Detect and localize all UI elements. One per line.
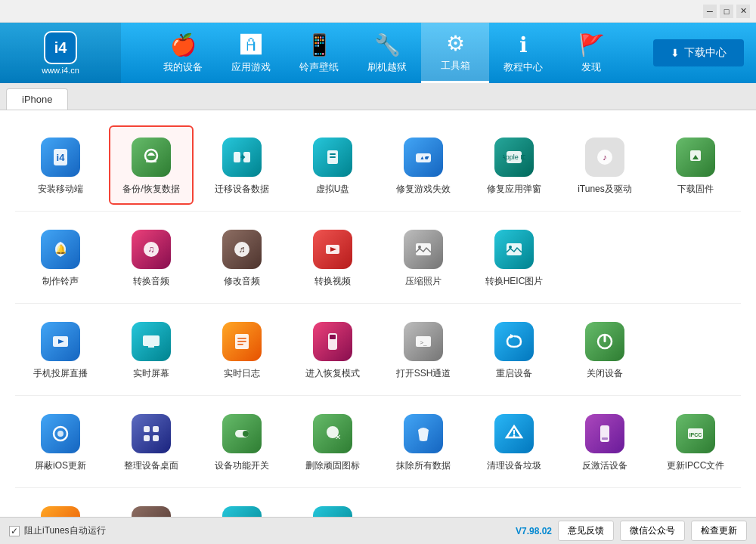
nav-item-my-device[interactable]: 🍎 我的设备 <box>149 23 217 83</box>
close-button[interactable]: ✕ <box>736 5 750 18</box>
svg-rect-46 <box>144 426 150 432</box>
svg-text:♪: ♪ <box>603 153 607 162</box>
wechat-button[interactable]: 微信公众号 <box>620 521 685 541</box>
itunes-driver-label: iTunes及驱动 <box>578 183 632 196</box>
main-content: i4安装移动端备份/恢复数据迁移设备数据虚拟U盘▲▼修复游戏失效Apple ID… <box>0 110 756 517</box>
backup-restore-label: 备份/恢复数据 <box>122 183 179 196</box>
tool-item-edit-audio[interactable]: ♬修改音频 <box>200 218 284 297</box>
svg-rect-32 <box>148 346 154 348</box>
toolbox-icon: ⚙ <box>446 31 465 56</box>
make-ringtone-label: 制作铃声 <box>42 275 79 288</box>
tool-item-convert-heic[interactable]: 转换HEIC图片 <box>472 218 556 297</box>
statusbar-right: V7.98.02 意见反馈 微信公众号 检查更新 <box>516 521 747 541</box>
backup-partition-icon <box>313 506 352 517</box>
itunes-checkbox[interactable]: ✓ <box>9 526 20 536</box>
tool-item-update-ipcc[interactable]: IPCC更新IPCC文件 <box>653 402 738 481</box>
nav-item-jailbreak[interactable]: 🔧 刷机越狱 <box>353 23 421 83</box>
tutorials-icon: ℹ <box>519 32 528 57</box>
feedback-button[interactable]: 意见反馈 <box>558 521 614 541</box>
jailbreak-label: 刷机越狱 <box>367 60 407 74</box>
tool-item-convert-video[interactable]: 转换视频 <box>290 218 375 297</box>
delete-icon-icon: ✕ <box>313 414 352 453</box>
download-center-button[interactable]: ⬇ 下载中心 <box>653 39 744 66</box>
backup-restore-icon <box>132 138 171 177</box>
tool-item-reboot[interactable]: 重启设备 <box>472 310 556 389</box>
tool-item-break-timelimit[interactable]: 破解时间限额 <box>109 494 194 517</box>
recovery-mode-label: 进入恢复模式 <box>305 367 360 380</box>
screen-cast-icon <box>41 322 80 361</box>
delete-icon-label: 删除顽固图标 <box>305 459 360 472</box>
tool-item-deactivate[interactable]: 反激活设备 <box>562 402 647 481</box>
migrate-data-icon <box>222 138 262 177</box>
shutdown-icon <box>585 322 624 361</box>
tool-item-screen-cast[interactable]: 手机投屏直播 <box>18 310 103 389</box>
svg-rect-49 <box>153 435 159 441</box>
tool-item-migrate-data[interactable]: 迁移设备数据 <box>200 125 284 205</box>
nav-item-tutorials[interactable]: ℹ 教程中心 <box>489 23 557 83</box>
tool-item-convert-audio[interactable]: ♫转换音频 <box>109 218 194 297</box>
download-label: 下载中心 <box>684 46 727 60</box>
organize-desktop-icon <box>132 414 171 453</box>
nav-item-toolbox[interactable]: ⚙ 工具箱 <box>421 23 489 83</box>
svg-rect-48 <box>144 435 150 441</box>
tool-item-open-ssh[interactable]: >_打开SSH通道 <box>381 310 466 389</box>
reboot-label: 重启设备 <box>496 367 532 380</box>
download-fw-icon <box>676 138 715 177</box>
tool-item-device-func[interactable]: 设备功能开关 <box>200 402 284 481</box>
tool-item-shutdown[interactable]: 关闭设备 <box>562 310 647 389</box>
tool-item-install-app[interactable]: i4安装移动端 <box>18 125 103 205</box>
tool-item-realtime-log[interactable]: 实时日志 <box>200 310 284 389</box>
tool-item-fix-popup[interactable]: Apple ID修复应用弹窗 <box>472 125 556 205</box>
tool-item-skip-setup[interactable]: 跳过设置向导 <box>200 494 284 517</box>
break-timelimit-icon <box>132 506 171 517</box>
tool-item-virtual-udisk[interactable]: 虚拟U盘 <box>290 125 375 205</box>
empty-cell <box>559 491 650 517</box>
tool-item-compress-photo[interactable]: 压缩照片 <box>381 218 466 297</box>
tool-item-fix-game[interactable]: ▲▼修复游戏失效 <box>381 125 466 205</box>
update-button[interactable]: 检查更新 <box>691 521 747 541</box>
logo-icon: i4 <box>44 31 77 64</box>
row-separator <box>15 487 741 488</box>
titlebar: ─ □ ✕ <box>0 0 756 23</box>
convert-heic-label: 转换HEIC图片 <box>485 275 544 288</box>
tool-item-block-ios-update[interactable]: 屏蔽iOS更新 <box>18 402 103 481</box>
svg-text:♬: ♬ <box>239 244 246 255</box>
download-fw-label: 下载固件 <box>677 183 714 196</box>
svg-rect-35 <box>237 341 246 342</box>
edit-audio-icon: ♬ <box>222 230 262 269</box>
iphone-tab[interactable]: iPhone <box>6 88 68 110</box>
tool-item-realtime-screen[interactable]: 实时屏幕 <box>109 310 194 389</box>
maximize-button[interactable]: □ <box>720 5 733 18</box>
nav-item-ringtones[interactable]: 📱 铃声壁纸 <box>285 23 353 83</box>
fix-game-label: 修复游戏失效 <box>396 183 451 196</box>
tool-item-clean-trash[interactable]: 清理设备垃圾 <box>472 402 556 481</box>
tool-item-delete-icon[interactable]: ✕删除顽固图标 <box>290 402 375 481</box>
tool-item-backup-partition[interactable]: 备份引导区数据 <box>290 494 375 517</box>
nav-item-discover[interactable]: 🚩 发现 <box>557 23 625 83</box>
tool-item-recovery-mode[interactable]: 进入恢复模式 <box>290 310 375 389</box>
minimize-button[interactable]: ─ <box>703 5 717 18</box>
convert-video-label: 转换视频 <box>314 275 351 288</box>
recovery-mode-icon <box>313 322 352 361</box>
block-ios-update-icon <box>41 414 80 453</box>
svg-rect-3 <box>146 160 156 162</box>
virtual-udisk-icon <box>313 138 352 177</box>
jailbreak-icon: 🔧 <box>374 32 401 57</box>
tool-item-download-fw[interactable]: 下载固件 <box>653 125 738 205</box>
svg-point-56 <box>513 435 516 437</box>
nav-item-apps[interactable]: 🅰 应用游戏 <box>217 23 285 83</box>
tool-item-organize-desktop[interactable]: 整理设备桌面 <box>109 402 194 481</box>
statusbar: ✓ 阻止iTunes自动运行 V7.98.02 意见反馈 微信公众号 检查更新 <box>0 517 756 544</box>
tool-item-make-ringtone[interactable]: 🔔制作铃声 <box>18 218 103 297</box>
tool-item-itunes-driver[interactable]: ♪iTunes及驱动 <box>562 125 647 205</box>
screen-cast-label: 手机投屏直播 <box>33 367 88 380</box>
organize-desktop-label: 整理设备桌面 <box>124 459 178 472</box>
tool-item-backup-restore[interactable]: 备份/恢复数据 <box>109 125 194 205</box>
reboot-icon <box>494 322 534 361</box>
migrate-data-label: 迁移设备数据 <box>215 183 269 196</box>
svg-text:🔔: 🔔 <box>55 243 67 255</box>
svg-rect-38 <box>330 335 336 339</box>
svg-text:>_: >_ <box>420 339 427 346</box>
tool-item-wipe-data[interactable]: 抹除所有数据 <box>381 402 466 481</box>
tool-item-fake-location[interactable]: 虚拟定位 <box>18 494 103 517</box>
